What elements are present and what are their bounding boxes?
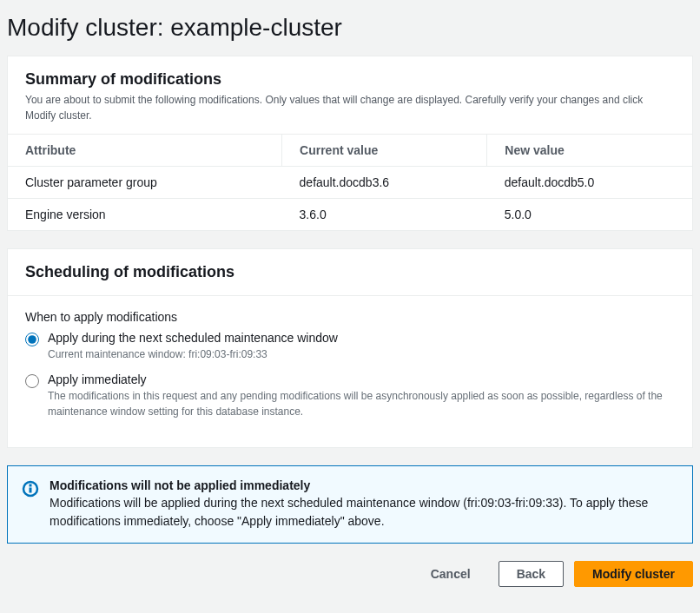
info-alert: Modifications will not be applied immedi… — [7, 465, 693, 544]
summary-description: You are about to submit the following mo… — [25, 92, 675, 123]
radio-label: Apply during the next scheduled maintena… — [48, 331, 338, 345]
radio-label: Apply immediately — [48, 372, 675, 386]
radio-apply-immediately[interactable]: Apply immediately The modifications in t… — [25, 372, 675, 419]
cell-new: default.docdb5.0 — [487, 167, 692, 199]
summary-header: Summary of modifications You are about t… — [8, 56, 692, 135]
scheduling-title: Scheduling of modifications — [25, 263, 675, 281]
radio-input-immediately[interactable] — [25, 374, 39, 388]
summary-panel: Summary of modifications You are about t… — [7, 56, 693, 231]
svg-rect-2 — [30, 484, 32, 487]
radio-help: Current maintenance window: fri:09:03-fr… — [48, 346, 338, 362]
svg-rect-1 — [30, 488, 32, 493]
info-body: Modifications will be applied during the… — [50, 494, 678, 531]
cell-current: default.docdb3.6 — [282, 167, 487, 199]
button-row: Cancel Back Modify cluster — [7, 561, 693, 594]
page-title: Modify cluster: example-cluster — [7, 14, 693, 42]
modify-cluster-button[interactable]: Modify cluster — [574, 561, 693, 587]
table-row: Engine version 3.6.0 5.0.0 — [8, 199, 692, 231]
radio-help: The modifications in this request and an… — [48, 388, 675, 419]
summary-title: Summary of modifications — [25, 70, 675, 89]
radio-input-maintenance[interactable] — [25, 333, 39, 346]
col-new-value: New value — [487, 135, 692, 167]
radio-apply-maintenance-window[interactable]: Apply during the next scheduled maintena… — [25, 331, 675, 362]
back-button[interactable]: Back — [499, 561, 564, 587]
cell-attribute: Cluster parameter group — [8, 167, 282, 199]
info-title: Modifications will not be applied immedi… — [50, 478, 678, 492]
modifications-table: Attribute Current value New value Cluste… — [8, 135, 692, 230]
scheduling-panel: Scheduling of modifications When to appl… — [7, 248, 693, 448]
col-attribute: Attribute — [8, 135, 282, 167]
info-icon — [22, 480, 39, 501]
cancel-button[interactable]: Cancel — [413, 562, 488, 586]
cell-current: 3.6.0 — [282, 199, 487, 231]
cell-new: 5.0.0 — [487, 199, 692, 231]
col-current-value: Current value — [282, 135, 487, 167]
table-row: Cluster parameter group default.docdb3.6… — [8, 167, 692, 199]
when-to-apply-label: When to apply modifications — [25, 310, 675, 324]
scheduling-header: Scheduling of modifications — [8, 249, 692, 296]
scheduling-body: When to apply modifications Apply during… — [8, 296, 692, 447]
cell-attribute: Engine version — [8, 199, 282, 231]
